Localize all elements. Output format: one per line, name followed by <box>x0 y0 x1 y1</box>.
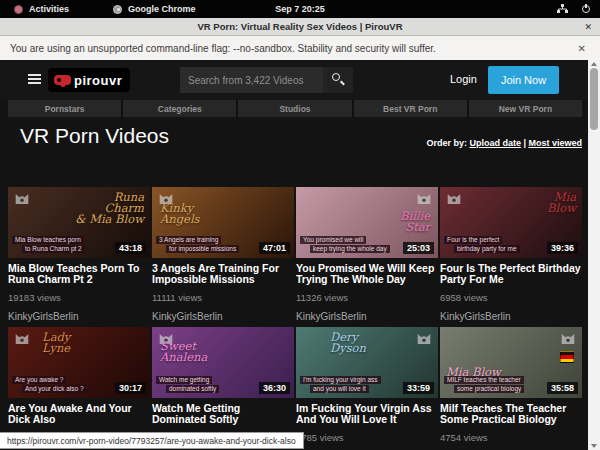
nav-tab-best-vr-porn[interactable]: Best VR Porn <box>354 100 467 117</box>
nav-tab-new-vr-porn[interactable]: New VR Porn <box>469 100 582 117</box>
video-title[interactable]: Watch Me Getting Dominated Softly <box>152 403 294 425</box>
page-viewport: pirouvr Login Join Now PornstarsCategori… <box>0 60 600 450</box>
view-count: 19183 views <box>8 292 150 303</box>
video-thumbnail[interactable]: Sweet Analena Watch me gettingdominated … <box>152 327 294 398</box>
order-by: Order by: Upload date | Most viewed <box>426 138 582 148</box>
site-header: pirouvr Login Join Now <box>0 60 588 100</box>
thumbnail-caption: MILF teaches the teachersome practical b… <box>444 376 524 393</box>
video-grid: Runa Charm & Mia Blow Mia Blow teaches p… <box>8 187 582 450</box>
page-title: VR Porn Videos <box>20 124 169 148</box>
video-card[interactable]: Runa Charm & Mia Blow Mia Blow teaches p… <box>8 187 150 327</box>
login-link[interactable]: Login <box>450 73 477 85</box>
video-thumbnail[interactable]: Lady Lyne Are you awake ?And your dick a… <box>8 327 150 398</box>
site-logo-text: pirouvr <box>74 73 122 88</box>
video-title[interactable]: 3 Angels Are Training For Impossible Mis… <box>152 263 294 285</box>
thumbnail-caption: I'm fucking your virgin assand you will … <box>300 376 381 393</box>
nav-tab-studios[interactable]: Studios <box>238 100 351 117</box>
video-title[interactable]: Im Fucking Your Virgin Ass And You Will … <box>296 403 438 425</box>
nav-tab-pornstars[interactable]: Pornstars <box>8 100 121 117</box>
thumbnail-overlay-title: Lady Lyne <box>42 332 70 354</box>
vr-goggles-icon <box>54 75 71 85</box>
site-logo[interactable]: pirouvr <box>48 68 130 92</box>
hamburger-menu-icon[interactable] <box>28 74 41 86</box>
thumbnail-overlay-title: Kinky Angels <box>160 203 199 225</box>
studio-cat-logo-icon <box>13 191 31 206</box>
video-thumbnail[interactable]: Mia Blow Four is the perfectbirthday par… <box>440 187 582 258</box>
thumbnail-caption: Watch me gettingdominated softly <box>156 376 219 393</box>
order-by-upload-date-link[interactable]: Upload date <box>469 138 521 148</box>
duration-badge: 25:03 <box>403 242 434 254</box>
chrome-infobar: You are using an unsupported command-lin… <box>0 36 600 60</box>
scrollbar-down-icon[interactable] <box>591 444 597 448</box>
thumbnail-caption: Four is the perfectbirthday party for me <box>444 236 520 253</box>
duration-badge: 47:01 <box>259 242 290 254</box>
video-title[interactable]: You Promised We Will Keep Trying The Who… <box>296 263 438 285</box>
video-thumbnail[interactable]: Billie Star You promised we willkeep try… <box>296 187 438 258</box>
view-count: 4754 views <box>440 432 582 443</box>
infobar-message: You are using an unsupported command-lin… <box>10 43 436 54</box>
main-nav: PornstarsCategoriesStudiosBest VR PornNe… <box>8 100 582 117</box>
view-count: 11111 views <box>152 292 294 303</box>
studio-cat-logo-icon <box>445 191 463 206</box>
thumbnail-overlay-title: Runa Charm & Mia Blow <box>75 192 144 225</box>
duration-badge: 36:30 <box>259 382 290 394</box>
search-icon <box>332 73 340 81</box>
view-count: 6958 views <box>440 292 582 303</box>
tab-close-icon[interactable]: ✕ <box>584 22 592 32</box>
video-thumbnail[interactable]: Mia Blow MILF teaches the teachersome pr… <box>440 327 582 398</box>
search-button[interactable] <box>323 67 353 93</box>
screen: Activities Google Chrome Sep 7 20:25 VR … <box>0 0 600 450</box>
studio-link[interactable]: KinkyGirlsBerlin <box>152 311 294 322</box>
studio-link[interactable]: KinkyGirlsBerlin <box>296 311 438 322</box>
studio-link[interactable]: KinkyGirlsBerlin <box>440 311 582 322</box>
view-count: 8785 views <box>296 432 438 443</box>
studio-cat-logo-icon <box>559 331 577 346</box>
scrollbar-thumb[interactable] <box>590 68 598 130</box>
duration-badge: 35:58 <box>547 382 578 394</box>
video-title[interactable]: Milf Teaches The Teacher Some Practical … <box>440 403 582 425</box>
scrollbar[interactable] <box>588 60 600 450</box>
duration-badge: 30:17 <box>115 382 146 394</box>
video-title[interactable]: Mia Blow Teaches Porn To Runa Charm Pt 2 <box>8 263 150 285</box>
studio-cat-logo-icon <box>415 191 433 206</box>
network-icon[interactable] <box>557 4 568 14</box>
studio-cat-logo-icon <box>415 331 433 346</box>
infobar-close-icon[interactable]: ✕ <box>578 43 586 54</box>
video-thumbnail[interactable]: Dery Dyson I'm fucking your virgin assan… <box>296 327 438 398</box>
thumbnail-overlay-title: Sweet Analena <box>160 341 207 363</box>
view-count: 11326 views <box>296 292 438 303</box>
thumbnail-caption: Mia Blow teaches pornto Runa Charm pt 2 <box>12 236 85 253</box>
search-input[interactable] <box>180 67 323 93</box>
tab-title: VR Porn: Virtual Reality Sex Videos | Pi… <box>197 21 402 32</box>
thumbnail-caption: You promised we willkeep trying the whol… <box>300 236 390 253</box>
video-card[interactable]: Mia Blow MILF teaches the teachersome pr… <box>440 327 582 450</box>
duration-badge: 33:59 <box>403 382 434 394</box>
system-top-bar: Activities Google Chrome Sep 7 20:25 <box>0 0 600 18</box>
video-title[interactable]: Four Is The Perfect Birthday Party For M… <box>440 263 582 285</box>
video-title[interactable]: Are You Awake And Your Dick Also <box>8 403 150 425</box>
thumbnail-caption: Are you awake ?And your dick also ? <box>12 376 87 393</box>
duration-badge: 39:36 <box>547 242 578 254</box>
nav-tab-categories[interactable]: Categories <box>123 100 236 117</box>
video-thumbnail[interactable]: Runa Charm & Mia Blow Mia Blow teaches p… <box>8 187 150 258</box>
studio-cat-logo-icon <box>13 331 31 346</box>
video-card[interactable]: Mia Blow Four is the perfectbirthday par… <box>440 187 582 327</box>
studio-link[interactable]: KinkyGirlsBerlin <box>8 311 150 322</box>
video-card[interactable]: Kinky Angels 3 Angels are trainingfor im… <box>152 187 294 327</box>
order-by-most-viewed-link[interactable]: Most viewed <box>528 138 582 148</box>
scrollbar-up-icon[interactable] <box>591 62 597 66</box>
thumbnail-overlay-title: Dery Dyson <box>330 332 366 354</box>
browser-title-bar: VR Porn: Virtual Reality Sex Videos | Pi… <box>0 18 600 36</box>
video-thumbnail[interactable]: Kinky Angels 3 Angels are trainingfor im… <box>152 187 294 258</box>
video-card[interactable]: Billie Star You promised we willkeep try… <box>296 187 438 327</box>
thumbnail-overlay-title: Billie Star <box>400 211 430 233</box>
video-card[interactable]: Dery Dyson I'm fucking your virgin assan… <box>296 327 438 450</box>
status-url-bubble: https://pirouvr.com/vr-porn-video/779325… <box>0 432 304 449</box>
system-clock[interactable]: Sep 7 20:25 <box>0 4 600 14</box>
power-icon[interactable] <box>582 5 590 13</box>
join-now-button[interactable]: Join Now <box>488 66 559 94</box>
german-flag-icon <box>560 351 574 363</box>
thumbnail-caption: 3 Angels are trainingfor impossible miss… <box>156 236 239 253</box>
order-by-label: Order by: <box>426 138 467 148</box>
duration-badge: 43:18 <box>115 242 146 254</box>
